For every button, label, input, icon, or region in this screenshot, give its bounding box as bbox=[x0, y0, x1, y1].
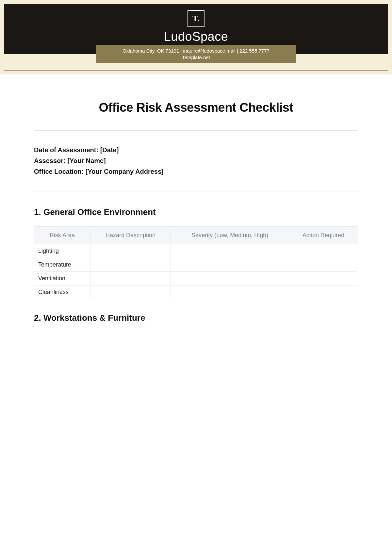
contact-bar: Oklahoma City, OK 73101 | inquire@ludosp… bbox=[96, 45, 296, 63]
meta-location: Office Location: [Your Company Address] bbox=[34, 168, 358, 175]
cell-risk-area: Temperature bbox=[34, 258, 90, 271]
cell-severity[interactable] bbox=[171, 244, 289, 258]
cell-hazard[interactable] bbox=[90, 258, 171, 271]
cell-severity[interactable] bbox=[171, 258, 289, 271]
cell-severity[interactable] bbox=[171, 285, 289, 299]
table-header-row: Risk Area Hazard Description Severity (L… bbox=[34, 226, 358, 244]
table-row: Temperature bbox=[34, 258, 358, 271]
cell-action[interactable] bbox=[289, 271, 358, 285]
cell-risk-area: Ventilation bbox=[34, 271, 90, 285]
section-heading-2: 2. Workstations & Furniture bbox=[34, 313, 358, 323]
cell-risk-area: Cleanliness bbox=[34, 285, 90, 299]
risk-table: Risk Area Hazard Description Severity (L… bbox=[34, 226, 358, 299]
cell-action[interactable] bbox=[289, 285, 358, 299]
cell-hazard[interactable] bbox=[90, 271, 171, 285]
contact-line: Oklahoma City, OK 73101 | inquire@ludosp… bbox=[100, 48, 292, 54]
contact-subline: Template.net bbox=[100, 54, 292, 61]
col-hazard: Hazard Description bbox=[90, 226, 171, 244]
table-row: Lighting bbox=[34, 244, 358, 258]
col-severity: Severity (Low, Medium, High) bbox=[171, 226, 289, 244]
cell-hazard[interactable] bbox=[90, 244, 171, 258]
logo-text: T. bbox=[192, 14, 200, 24]
divider bbox=[34, 191, 358, 191]
logo-icon: T. bbox=[188, 10, 204, 27]
meta-date: Date of Assessment: [Date] bbox=[34, 146, 358, 154]
table-row: Ventilation bbox=[34, 271, 358, 285]
brand-name: LudoSpace bbox=[4, 30, 388, 44]
section-heading-1: 1. General Office Environment bbox=[34, 207, 358, 217]
cell-action[interactable] bbox=[289, 244, 358, 258]
col-action: Action Required bbox=[289, 226, 358, 244]
document-body: Office Risk Assessment Checklist Date of… bbox=[0, 74, 392, 345]
table-row: Cleanliness bbox=[34, 285, 358, 299]
page-title: Office Risk Assessment Checklist bbox=[34, 101, 358, 115]
meta-assessor: Assessor: [Your Name] bbox=[34, 157, 358, 165]
cell-risk-area: Lighting bbox=[34, 244, 90, 258]
header-region: T. LudoSpace Oklahoma City, OK 73101 | i… bbox=[0, 0, 392, 74]
cell-action[interactable] bbox=[289, 258, 358, 271]
header-border: T. LudoSpace Oklahoma City, OK 73101 | i… bbox=[4, 4, 388, 71]
divider bbox=[34, 130, 358, 131]
col-risk-area: Risk Area bbox=[34, 226, 90, 244]
cell-severity[interactable] bbox=[171, 271, 289, 285]
cell-hazard[interactable] bbox=[90, 285, 171, 299]
